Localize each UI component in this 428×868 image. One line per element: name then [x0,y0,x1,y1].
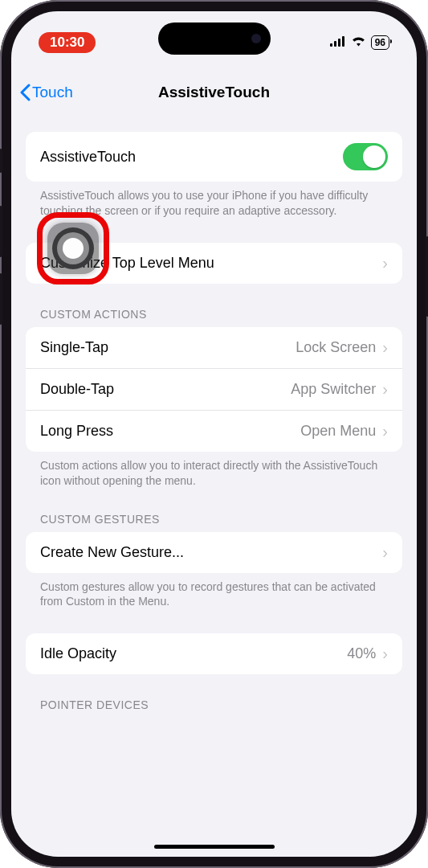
chevron-right-icon: › [382,254,388,272]
pointer-devices-header: POINTER DEVICES [26,698,402,718]
wifi-icon [351,35,366,51]
assistivetouch-toggle-row[interactable]: AssistiveTouch [26,132,402,182]
row-value: App Switcher [291,381,376,398]
svg-rect-1 [334,41,336,47]
row-value: 40% [347,645,376,662]
navigation-bar: Touch AssistiveTouch [11,71,417,114]
chevron-left-icon [19,84,31,101]
custom-gestures-header: CUSTOM GESTURES [26,513,402,532]
chevron-right-icon: › [382,338,388,357]
dynamic-island [158,23,271,55]
side-button [0,149,2,173]
volume-down-button [0,273,2,325]
row-label: Double-Tap [40,381,114,398]
phone-frame: 10:30 96 Touch AssistiveTouch [0,0,428,868]
assistivetouch-floating-button[interactable] [37,212,109,285]
back-button[interactable]: Touch [19,84,73,101]
idle-opacity-row[interactable]: Idle Opacity 40%› [26,633,402,674]
assistivetouch-toggle[interactable] [343,143,388,170]
row-label: Single-Tap [40,339,108,356]
row-label: Create New Gesture... [40,544,184,561]
battery-percentage: 96 [373,37,387,48]
svg-rect-3 [342,36,344,47]
back-label: Touch [32,84,73,101]
svg-rect-2 [338,39,340,47]
volume-up-button [0,206,2,257]
row-value: Lock Screen [296,339,376,356]
long-press-row[interactable]: Long Press Open Menu› [26,410,402,452]
chevron-right-icon: › [382,543,388,562]
chevron-right-icon: › [382,422,388,440]
row-label: Long Press [40,423,113,440]
create-new-gesture-row[interactable]: Create New Gesture... › [26,532,402,573]
home-indicator[interactable] [154,845,275,849]
chevron-right-icon: › [382,645,388,663]
toggle-label: AssistiveTouch [40,149,136,166]
screen: 10:30 96 Touch AssistiveTouch [11,11,417,857]
row-value: Open Menu [300,423,376,440]
custom-gestures-footer: Custom gestures allow you to record gest… [26,573,402,610]
custom-actions-header: CUSTOM ACTIONS [26,308,402,327]
svg-rect-0 [330,43,332,47]
double-tap-row[interactable]: Double-Tap App Switcher› [26,368,402,410]
chevron-right-icon: › [382,380,388,399]
single-tap-row[interactable]: Single-Tap Lock Screen› [26,327,402,368]
battery-icon: 96 [371,35,389,50]
cellular-signal-icon [330,35,346,51]
custom-actions-footer: Custom actions allow you to interact dir… [26,452,402,489]
status-time: 10:30 [39,32,96,53]
row-label: Idle Opacity [40,645,116,662]
